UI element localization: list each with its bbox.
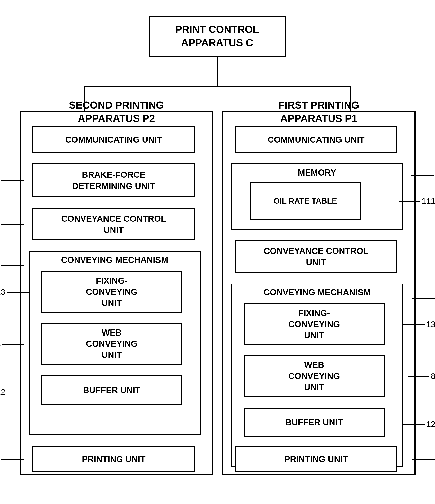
p1-oil-rate-table: OIL RATE TABLE [249,182,361,220]
ref-p2-12: 12 [0,387,28,396]
p1-buffer-unit: BUFFER UNIT [244,408,384,437]
ref-p1-200: 200 [411,135,435,144]
ref-p1-111: 111 [399,197,435,206]
p2-conveyance-control-unit: CONVEYANCE CONTROLUNIT [33,208,195,241]
p1-conveying-mechanism-box: CONVEYING MECHANISM FIXING-CONVEYINGUNIT… [231,284,403,468]
ref-p2-260: 260 [0,455,24,464]
apparatus-p2-title: SECOND PRINTING APPARATUS P2 [21,99,212,125]
ref-p2-200: 200 [0,135,24,144]
ref-p1-260: 260 [412,455,435,464]
ref-p1-230: 230 [412,293,435,303]
diagram: PRINT CONTROL APPARATUS C SECOND PRINTIN… [0,0,435,504]
p2-buffer-unit: BUFFER UNIT [41,376,182,405]
p1-conveyance-control-unit: CONVEYANCE CONTROLUNIT [235,241,397,273]
print-control-label: PRINT CONTROL APPARATUS C [175,23,259,49]
p2-communicating-unit: COMMUNICATING UNIT [33,126,195,153]
p1-printing-unit: PRINTING UNIT [235,446,397,472]
p1-memory-label: MEMORY [232,168,402,178]
ref-p2-210: 210 [0,176,24,185]
p2-printing-unit: PRINTING UNIT [33,446,195,472]
p1-web-conveying-unit: WEBCONVEYINGUNIT [244,355,384,397]
apparatus-p1-title: FIRST PRINTING APPARATUS P1 [223,99,415,125]
p2-fixing-conveying-unit: FIXING-CONVEYINGUNIT [41,271,182,313]
p1-memory-box: MEMORY OIL RATE TABLE 111 [231,163,403,230]
ref-p1-110: 110 [411,171,435,180]
p1-conveying-mechanism-label: CONVEYING MECHANISM [232,288,402,297]
p2-brake-force-unit: BRAKE-FORCEDETERMINING UNIT [33,163,195,198]
p1-fixing-conveying-unit: FIXING-CONVEYINGUNIT [244,303,384,345]
ref-p1-13: 13 [403,320,435,329]
p2-web-conveying-unit: WEBCONVEYINGUNIT [41,323,182,365]
ref-p1-120: 120 [412,252,435,261]
ref-p2-13: 13 [0,288,28,297]
ref-p2-230: 230 [0,261,24,270]
ref-p1-8: 8 [408,371,435,381]
ref-p2-8: 8 [0,339,24,349]
p1-communicating-unit: COMMUNICATING UNIT [235,126,397,153]
print-control-box: PRINT CONTROL APPARATUS C [149,16,285,57]
apparatus-p2: SECOND PRINTING APPARATUS P2 COMMUNICATI… [19,111,213,475]
line-horizontal-split [84,86,351,87]
ref-p2-220: 220 [0,220,24,229]
ref-p1-12: 12 [403,420,435,429]
p2-conveying-mechanism-label: CONVEYING MECHANISM [29,255,200,265]
line-from-print-control [217,57,219,86]
apparatus-p1: FIRST PRINTING APPARATUS P1 COMMUNICATIN… [222,111,416,475]
p2-conveying-mechanism-box: CONVEYING MECHANISM FIXING-CONVEYINGUNIT… [28,251,201,435]
